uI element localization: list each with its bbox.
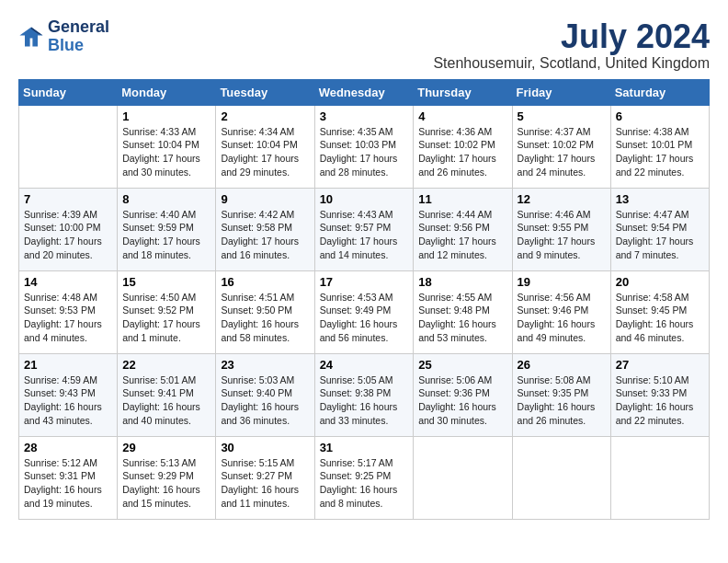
- day-number: 27: [616, 358, 704, 372]
- day-info: Sunrise: 5:08 AM Sunset: 9:35 PM Dayligh…: [518, 373, 606, 428]
- day-number: 18: [418, 275, 506, 289]
- table-cell: 12Sunrise: 4:46 AM Sunset: 9:55 PM Dayli…: [512, 188, 610, 270]
- day-info: Sunrise: 4:51 AM Sunset: 9:50 PM Dayligh…: [221, 291, 309, 345]
- table-cell: 4Sunrise: 4:36 AM Sunset: 10:02 PM Dayli…: [414, 105, 512, 188]
- table-cell: [19, 105, 118, 188]
- day-info: Sunrise: 5:15 AM Sunset: 9:27 PM Dayligh…: [221, 456, 309, 511]
- header-sunday: Sunday: [19, 79, 118, 105]
- day-number: 31: [320, 441, 409, 454]
- day-info: Sunrise: 5:17 AM Sunset: 9:25 PM Dayligh…: [320, 456, 409, 511]
- day-info: Sunrise: 4:34 AM Sunset: 10:04 PM Daylig…: [221, 125, 309, 179]
- day-info: Sunrise: 5:01 AM Sunset: 9:41 PM Dayligh…: [122, 373, 210, 428]
- day-info: Sunrise: 4:46 AM Sunset: 9:55 PM Dayligh…: [518, 208, 606, 262]
- day-number: 7: [24, 192, 112, 206]
- table-cell: [512, 436, 610, 519]
- table-cell: 22Sunrise: 5:01 AM Sunset: 9:41 PM Dayli…: [118, 353, 216, 436]
- table-cell: 24Sunrise: 5:05 AM Sunset: 9:38 PM Dayli…: [314, 353, 414, 436]
- day-info: Sunrise: 4:59 AM Sunset: 9:43 PM Dayligh…: [24, 373, 112, 428]
- month-title: July 2024: [433, 18, 710, 55]
- table-cell: 21Sunrise: 4:59 AM Sunset: 9:43 PM Dayli…: [19, 353, 118, 436]
- day-info: Sunrise: 4:47 AM Sunset: 9:54 PM Dayligh…: [616, 208, 704, 262]
- day-number: 22: [122, 358, 210, 372]
- day-number: 15: [122, 275, 210, 289]
- day-info: Sunrise: 5:06 AM Sunset: 9:36 PM Dayligh…: [418, 373, 506, 428]
- table-cell: 27Sunrise: 5:10 AM Sunset: 9:33 PM Dayli…: [610, 353, 709, 436]
- table-cell: 14Sunrise: 4:48 AM Sunset: 9:53 PM Dayli…: [19, 270, 118, 353]
- day-number: 25: [418, 358, 506, 372]
- week-row-3: 14Sunrise: 4:48 AM Sunset: 9:53 PM Dayli…: [19, 270, 710, 353]
- day-info: Sunrise: 5:12 AM Sunset: 9:31 PM Dayligh…: [24, 456, 112, 511]
- day-info: Sunrise: 5:10 AM Sunset: 9:33 PM Dayligh…: [616, 373, 704, 428]
- svg-marker-0: [19, 27, 42, 46]
- logo: General Blue: [18, 18, 109, 55]
- day-number: 19: [518, 275, 606, 289]
- title-block: July 2024 Stenhousemuir, Scotland, Unite…: [433, 18, 710, 72]
- day-info: Sunrise: 5:05 AM Sunset: 9:38 PM Dayligh…: [320, 373, 409, 428]
- day-info: Sunrise: 4:56 AM Sunset: 9:46 PM Dayligh…: [518, 291, 606, 345]
- table-cell: 15Sunrise: 4:50 AM Sunset: 9:52 PM Dayli…: [118, 270, 216, 353]
- calendar-table: Sunday Monday Tuesday Wednesday Thursday…: [18, 79, 710, 520]
- logo-text: General Blue: [48, 18, 109, 55]
- location-title: Stenhousemuir, Scotland, United Kingdom: [433, 55, 710, 72]
- day-info: Sunrise: 4:55 AM Sunset: 9:48 PM Dayligh…: [418, 291, 506, 345]
- page-header: General Blue July 2024 Stenhousemuir, Sc…: [18, 18, 710, 72]
- table-cell: 6Sunrise: 4:38 AM Sunset: 10:01 PM Dayli…: [610, 105, 709, 188]
- week-row-5: 28Sunrise: 5:12 AM Sunset: 9:31 PM Dayli…: [19, 436, 710, 519]
- day-info: Sunrise: 4:38 AM Sunset: 10:01 PM Daylig…: [616, 125, 704, 179]
- day-number: 9: [221, 192, 309, 206]
- table-cell: 13Sunrise: 4:47 AM Sunset: 9:54 PM Dayli…: [610, 188, 709, 270]
- day-number: 21: [24, 358, 112, 372]
- day-info: Sunrise: 4:40 AM Sunset: 9:59 PM Dayligh…: [122, 208, 210, 262]
- day-number: 1: [122, 109, 210, 123]
- day-info: Sunrise: 4:42 AM Sunset: 9:58 PM Dayligh…: [221, 208, 309, 262]
- table-cell: 30Sunrise: 5:15 AM Sunset: 9:27 PM Dayli…: [216, 436, 314, 519]
- table-cell: 23Sunrise: 5:03 AM Sunset: 9:40 PM Dayli…: [216, 353, 314, 436]
- table-cell: 1Sunrise: 4:33 AM Sunset: 10:04 PM Dayli…: [118, 105, 216, 188]
- day-number: 23: [221, 358, 309, 372]
- table-cell: 3Sunrise: 4:35 AM Sunset: 10:03 PM Dayli…: [314, 105, 414, 188]
- table-cell: 26Sunrise: 5:08 AM Sunset: 9:35 PM Dayli…: [512, 353, 610, 436]
- day-info: Sunrise: 4:35 AM Sunset: 10:03 PM Daylig…: [320, 125, 409, 179]
- day-number: 6: [616, 109, 704, 123]
- logo-icon: [18, 24, 44, 50]
- day-number: 11: [418, 192, 506, 206]
- table-cell: 31Sunrise: 5:17 AM Sunset: 9:25 PM Dayli…: [314, 436, 414, 519]
- day-info: Sunrise: 4:33 AM Sunset: 10:04 PM Daylig…: [122, 125, 210, 179]
- day-number: 8: [122, 192, 210, 206]
- table-cell: 8Sunrise: 4:40 AM Sunset: 9:59 PM Daylig…: [118, 188, 216, 270]
- day-info: Sunrise: 4:58 AM Sunset: 9:45 PM Dayligh…: [616, 291, 704, 345]
- day-info: Sunrise: 4:37 AM Sunset: 10:02 PM Daylig…: [518, 125, 606, 179]
- day-number: 20: [616, 275, 704, 289]
- day-info: Sunrise: 4:36 AM Sunset: 10:02 PM Daylig…: [418, 125, 506, 179]
- table-cell: 19Sunrise: 4:56 AM Sunset: 9:46 PM Dayli…: [512, 270, 610, 353]
- day-info: Sunrise: 4:43 AM Sunset: 9:57 PM Dayligh…: [320, 208, 409, 262]
- day-info: Sunrise: 5:03 AM Sunset: 9:40 PM Dayligh…: [221, 373, 309, 428]
- day-number: 5: [518, 109, 606, 123]
- day-number: 30: [221, 441, 309, 454]
- table-cell: 5Sunrise: 4:37 AM Sunset: 10:02 PM Dayli…: [512, 105, 610, 188]
- day-number: 17: [320, 275, 409, 289]
- page-container: General Blue July 2024 Stenhousemuir, Sc…: [18, 18, 710, 520]
- day-number: 29: [122, 441, 210, 454]
- table-cell: 20Sunrise: 4:58 AM Sunset: 9:45 PM Dayli…: [610, 270, 709, 353]
- day-number: 10: [320, 192, 409, 206]
- day-number: 2: [221, 109, 309, 123]
- day-number: 16: [221, 275, 309, 289]
- day-info: Sunrise: 4:50 AM Sunset: 9:52 PM Dayligh…: [122, 291, 210, 345]
- day-number: 14: [24, 275, 112, 289]
- day-number: 3: [320, 109, 409, 123]
- day-info: Sunrise: 4:39 AM Sunset: 10:00 PM Daylig…: [24, 208, 112, 262]
- table-cell: 28Sunrise: 5:12 AM Sunset: 9:31 PM Dayli…: [19, 436, 118, 519]
- week-row-2: 7Sunrise: 4:39 AM Sunset: 10:00 PM Dayli…: [19, 188, 710, 270]
- day-info: Sunrise: 4:48 AM Sunset: 9:53 PM Dayligh…: [24, 291, 112, 345]
- day-number: 28: [24, 441, 112, 454]
- day-number: 12: [518, 192, 606, 206]
- table-cell: 7Sunrise: 4:39 AM Sunset: 10:00 PM Dayli…: [19, 188, 118, 270]
- day-info: Sunrise: 5:13 AM Sunset: 9:29 PM Dayligh…: [122, 456, 210, 511]
- day-info: Sunrise: 4:44 AM Sunset: 9:56 PM Dayligh…: [418, 208, 506, 262]
- table-cell: 29Sunrise: 5:13 AM Sunset: 9:29 PM Dayli…: [118, 436, 216, 519]
- table-cell: 18Sunrise: 4:55 AM Sunset: 9:48 PM Dayli…: [414, 270, 512, 353]
- table-cell: 11Sunrise: 4:44 AM Sunset: 9:56 PM Dayli…: [414, 188, 512, 270]
- weekday-header-row: Sunday Monday Tuesday Wednesday Thursday…: [19, 79, 710, 105]
- table-cell: 25Sunrise: 5:06 AM Sunset: 9:36 PM Dayli…: [414, 353, 512, 436]
